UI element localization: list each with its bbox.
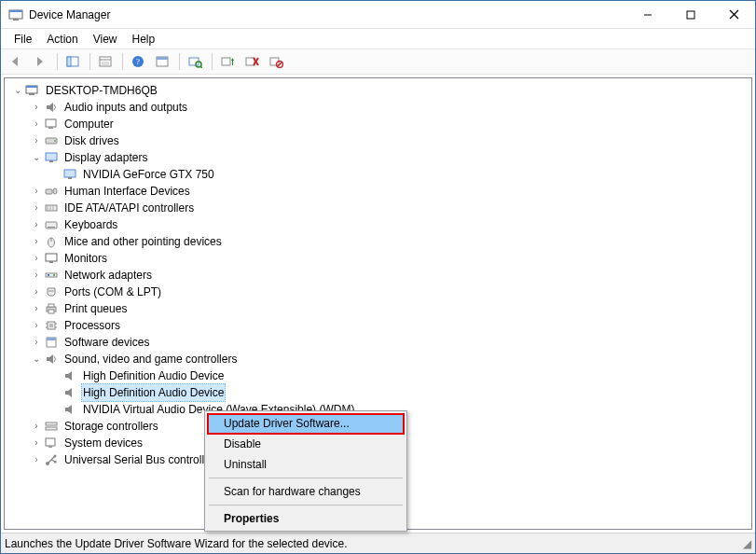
software-icon (44, 335, 59, 350)
chevron-right-icon[interactable]: › (31, 253, 42, 264)
tree-sound-child-2-selected[interactable]: High Definition Audio Device (7, 384, 751, 401)
svg-rect-51 (46, 273, 57, 277)
toolbar-scan-hardware-button[interactable] (184, 51, 206, 72)
menu-help[interactable]: Help (125, 31, 163, 48)
toolbar-update-driver-button[interactable] (216, 51, 239, 72)
statusbar: Launches the Update Driver Software Wiza… (1, 533, 755, 553)
context-scan-hardware[interactable]: Scan for hardware changes (207, 481, 405, 502)
svg-rect-67 (47, 338, 56, 340)
tree-processors[interactable]: › Processors (7, 317, 751, 334)
controller-icon (44, 201, 59, 215)
toolbar-show-hide-tree-button[interactable] (62, 51, 84, 72)
resize-grip-icon[interactable]: ◢ (735, 537, 751, 550)
svg-rect-36 (49, 160, 53, 162)
tree-node-label: High Definition Audio Device (81, 367, 226, 384)
svg-point-40 (53, 188, 57, 194)
tree-display-child[interactable]: NVIDIA GeForce GTX 750 (7, 166, 751, 183)
svg-rect-58 (48, 304, 54, 307)
svg-rect-76 (54, 461, 57, 464)
hid-icon (44, 184, 59, 199)
svg-rect-50 (49, 261, 53, 263)
tree-node-label: Storage controllers (62, 418, 160, 435)
speaker-icon (44, 100, 59, 115)
chevron-right-icon[interactable]: › (31, 437, 42, 449)
chevron-down-icon[interactable]: ⌄ (31, 353, 42, 365)
chevron-right-icon[interactable]: › (31, 286, 42, 298)
menu-view[interactable]: View (86, 31, 125, 48)
chevron-right-icon[interactable]: › (31, 118, 42, 130)
usb-icon (44, 452, 59, 467)
chevron-right-icon[interactable]: › (31, 102, 42, 113)
tree-node-label: Ports (COM & LPT) (62, 284, 163, 300)
tree-computer[interactable]: › Computer (7, 116, 751, 132)
tree-hid[interactable]: › Human Interface Devices (7, 183, 751, 200)
speaker-icon (62, 402, 77, 417)
chevron-right-icon[interactable]: › (31, 186, 42, 197)
menu-action[interactable]: Action (39, 31, 85, 48)
svg-rect-71 (48, 446, 52, 448)
svg-rect-2 (13, 19, 19, 21)
chevron-right-icon[interactable]: › (31, 303, 42, 314)
svg-rect-70 (46, 438, 55, 446)
minimize-button[interactable] (626, 1, 669, 28)
chevron-right-icon[interactable]: › (31, 320, 42, 331)
tree-ports[interactable]: › Ports (COM & LPT) (7, 284, 751, 300)
toolbar-properties-button[interactable] (94, 51, 117, 72)
context-uninstall[interactable]: Uninstall (207, 454, 405, 475)
svg-line-5 (730, 10, 738, 19)
titlebar: Device Manager (1, 1, 755, 29)
tree-keyboards[interactable]: › Keyboards (7, 216, 751, 233)
chevron-right-icon[interactable]: › (31, 421, 42, 432)
tree-software-devices[interactable]: › Software devices (7, 334, 751, 351)
chevron-right-icon[interactable]: › (31, 236, 42, 247)
tree-mice[interactable]: › Mice and other pointing devices (7, 233, 751, 250)
chevron-right-icon[interactable]: › (31, 135, 42, 146)
toolbar-uninstall-button[interactable] (241, 51, 263, 72)
toolbar-back-button[interactable] (5, 51, 27, 72)
svg-rect-35 (46, 153, 57, 160)
tree-node-label: DESKTOP-TMDH6QB (44, 82, 159, 99)
toolbar-help-button[interactable]: ? (127, 51, 149, 72)
tree-root[interactable]: ⌄ DESKTOP-TMDH6QB (7, 82, 751, 99)
toolbar-action-button[interactable] (151, 51, 173, 72)
svg-rect-68 (46, 422, 57, 425)
svg-rect-8 (67, 57, 71, 66)
chevron-down-icon[interactable]: ⌄ (31, 152, 42, 163)
tree-sound-child-1[interactable]: High Definition Audio Device (7, 367, 751, 384)
tree-node-label: Keyboards (62, 216, 119, 233)
tree-ide[interactable]: › IDE ATA/ATAPI controllers (7, 200, 751, 216)
network-icon (44, 268, 59, 283)
speaker-icon (62, 368, 77, 383)
maximize-button[interactable] (669, 1, 712, 28)
tree-sound-controllers[interactable]: ⌄ Sound, video and game controllers (7, 351, 751, 367)
svg-line-6 (730, 10, 738, 19)
speaker-icon (44, 352, 59, 367)
tree-print-queues[interactable]: › Print queues (7, 300, 751, 317)
chevron-right-icon[interactable]: › (31, 219, 42, 230)
tree-disk-drives[interactable]: › Disk drives (7, 132, 751, 149)
svg-point-55 (50, 290, 52, 292)
tree-monitors[interactable]: › Monitors (7, 250, 751, 267)
menu-file[interactable]: File (7, 31, 39, 48)
close-button[interactable] (712, 1, 755, 28)
chevron-right-icon[interactable]: › (31, 270, 42, 281)
tree-audio-io[interactable]: › Audio inputs and outputs (7, 99, 751, 116)
toolbar-separator (57, 53, 58, 70)
toolbar-forward-button[interactable] (29, 51, 51, 72)
menubar: File Action View Help (1, 29, 755, 48)
context-properties[interactable]: Properties (207, 508, 405, 529)
cpu-icon (44, 318, 59, 333)
svg-point-56 (52, 290, 54, 292)
context-update-driver[interactable]: Update Driver Software... (207, 413, 405, 434)
chevron-down-icon[interactable]: ⌄ (12, 85, 23, 96)
chevron-right-icon[interactable]: › (31, 202, 42, 214)
tree-display-adapters[interactable]: ⌄ Display adapters (7, 149, 751, 166)
tree-node-label: Sound, video and game controllers (62, 351, 239, 367)
tree-node-label: Disk drives (62, 132, 121, 149)
chevron-right-icon[interactable]: › (31, 454, 42, 465)
toolbar-disable-button[interactable] (265, 51, 287, 72)
tree-network[interactable]: › Network adapters (7, 267, 751, 284)
chevron-right-icon[interactable]: › (31, 337, 42, 348)
context-disable[interactable]: Disable (207, 434, 405, 454)
display-icon (44, 150, 59, 165)
